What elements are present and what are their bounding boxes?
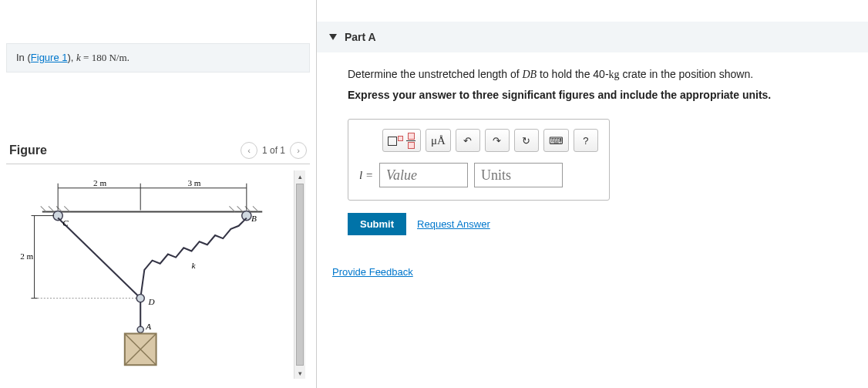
svg-line-6 <box>237 206 243 211</box>
scroll-down-icon[interactable]: ▾ <box>294 367 305 379</box>
request-answer-link[interactable]: Request Answer <box>417 218 490 230</box>
keyboard-button[interactable]: ⌨ <box>543 129 569 152</box>
text: to hold the 40- <box>537 68 608 80</box>
svg-line-5 <box>229 206 234 211</box>
collapse-icon <box>329 34 337 40</box>
reset-button[interactable]: ↻ <box>514 129 539 152</box>
divider <box>6 164 310 164</box>
svg-line-4 <box>64 206 69 211</box>
unit-kg: kg <box>609 69 620 80</box>
label-a: A <box>145 322 151 331</box>
scroll-thumb[interactable] <box>296 184 304 366</box>
label-c: C <box>62 218 69 228</box>
text: In ( <box>16 52 31 63</box>
svg-point-19 <box>137 326 143 332</box>
text: . <box>127 52 130 63</box>
undo-button[interactable]: ↶ <box>456 129 480 152</box>
label-b: B <box>251 214 257 223</box>
text: = 180 <box>81 52 109 63</box>
figure-next-button[interactable]: › <box>290 142 307 159</box>
instruction: Express your answer to three significant… <box>348 87 853 103</box>
text: Determine the unstretched length of <box>348 68 522 80</box>
provide-feedback-link[interactable]: Provide Feedback <box>332 266 413 278</box>
lhs-label: l = <box>359 169 373 182</box>
svg-line-2 <box>49 206 54 211</box>
text: crate in the position shown. <box>620 68 754 80</box>
help-button[interactable]: ? <box>574 129 598 152</box>
part-title: Part A <box>345 31 376 43</box>
units-input[interactable] <box>474 163 563 187</box>
figure-link[interactable]: Figure 1 <box>31 52 68 63</box>
dim-2m-top: 2 m <box>93 178 106 187</box>
part-header[interactable]: Part A <box>317 22 868 52</box>
label-d: D <box>147 297 154 306</box>
unit: N/m <box>109 52 126 63</box>
greek-symbols-button[interactable]: μÅ <box>426 129 451 152</box>
figure-counter: 1 of 1 <box>262 145 285 156</box>
keyboard-icon: ⌨ <box>549 135 564 147</box>
submit-button[interactable]: Submit <box>348 213 406 235</box>
svg-point-17 <box>136 294 144 302</box>
template-picker-button[interactable] <box>382 129 421 152</box>
svg-line-1 <box>41 206 46 211</box>
figure-prev-button[interactable]: ‹ <box>241 142 257 159</box>
label-k: k <box>191 261 196 270</box>
text: ), <box>68 52 77 63</box>
svg-line-8 <box>253 206 258 211</box>
redo-button[interactable]: ↷ <box>485 129 510 152</box>
answer-panel: μÅ ↶ ↷ ↻ ⌨ ? l = <box>348 119 610 201</box>
question-block: Determine the unstretched length of DB t… <box>317 52 868 111</box>
svg-line-16 <box>58 218 140 299</box>
dim-2m-left: 2 m <box>20 251 33 261</box>
undo-icon: ↶ <box>463 135 472 147</box>
formula-toolbar: μÅ ↶ ↷ ↻ ⌨ ? <box>359 129 598 152</box>
dim-3m: 3 m <box>187 178 200 187</box>
figure-title: Figure <box>9 143 47 157</box>
variable-db: DB <box>522 69 537 80</box>
figure-pager: ‹ 1 of 1 › <box>241 142 307 159</box>
figure-diagram: 2 m 3 m <box>11 170 294 379</box>
redo-icon: ↷ <box>493 135 501 147</box>
problem-statement: In (Figure 1), k = 180 N/m. <box>6 43 310 73</box>
reset-icon: ↻ <box>522 135 530 147</box>
figure-scrollbar[interactable]: ▴ ▾ <box>294 170 305 379</box>
scroll-up-icon[interactable]: ▴ <box>294 170 305 182</box>
value-input[interactable] <box>379 163 468 187</box>
